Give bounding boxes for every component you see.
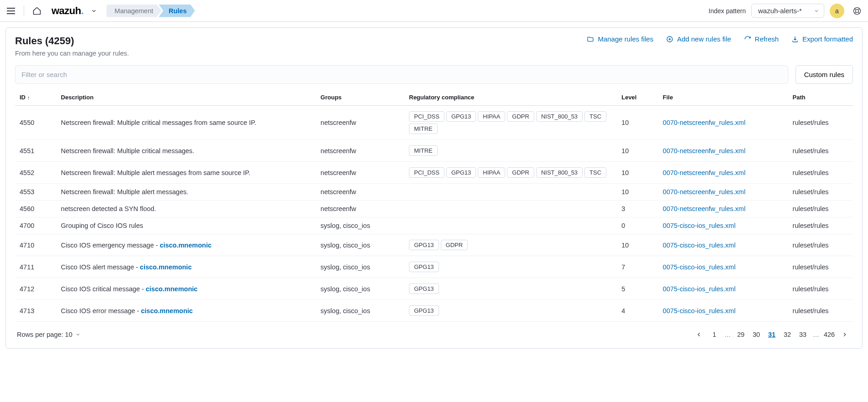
file-link[interactable]: 0075-cisco-ios_rules.xml — [663, 263, 736, 271]
cell-regulatory: GPG13GDPR — [404, 234, 617, 256]
cell-level: 7 — [617, 256, 658, 278]
breadcrumb-rules[interactable]: Rules — [159, 5, 195, 17]
compliance-badge[interactable]: GDPR — [441, 240, 468, 250]
pagination-next-button[interactable] — [838, 328, 851, 341]
compliance-badge[interactable]: NIST_800_53 — [536, 167, 583, 178]
mnemonic-link[interactable]: cisco.mnemonic — [140, 263, 192, 271]
compliance-badge[interactable]: PCI_DSS — [409, 111, 444, 122]
file-link[interactable]: 0075-cisco-ios_rules.xml — [663, 307, 736, 314]
table-row[interactable]: 4710Cisco IOS emergency message - cisco.… — [15, 234, 853, 256]
index-pattern-select[interactable]: wazuh-alerts-* — [751, 4, 824, 18]
pagination-page-button[interactable]: 32 — [781, 328, 794, 341]
col-header-id[interactable]: ID↑ — [15, 90, 57, 106]
cell-file: 0075-cisco-ios_rules.xml — [658, 217, 788, 234]
breadcrumb-management[interactable]: Management — [106, 5, 161, 17]
compliance-badge[interactable]: GPG13 — [409, 240, 439, 250]
compliance-badge[interactable]: GDPR — [507, 167, 534, 178]
table-row[interactable]: 4550Netscreen firewall: Multiple critica… — [15, 106, 853, 140]
pagination-page-button[interactable]: 426 — [823, 328, 836, 341]
col-header-description[interactable]: Description — [57, 90, 316, 106]
file-link[interactable]: 0070-netscreenfw_rules.xml — [663, 205, 745, 212]
custom-rules-button[interactable]: Custom rules — [796, 65, 853, 84]
compliance-badge[interactable]: GPG13 — [409, 262, 439, 272]
file-link[interactable]: 0075-cisco-ios_rules.xml — [663, 285, 736, 293]
cell-id: 4710 — [15, 234, 57, 256]
refresh-button[interactable]: Refresh — [744, 35, 779, 43]
cell-regulatory — [404, 184, 617, 201]
table-row[interactable]: 4711Cisco IOS alert message - cisco.mnem… — [15, 256, 853, 278]
compliance-badge[interactable]: GDPR — [507, 111, 534, 122]
file-link[interactable]: 0070-netscreenfw_rules.xml — [663, 147, 745, 155]
cell-regulatory: GPG13 — [404, 256, 617, 278]
compliance-badge[interactable]: GPG13 — [446, 111, 476, 122]
export-formatted-button[interactable]: Export formatted — [791, 35, 853, 43]
pagination-ellipsis: … — [723, 331, 732, 338]
compliance-badge[interactable]: GPG13 — [409, 305, 439, 316]
home-button[interactable] — [30, 4, 44, 18]
table-row[interactable]: 4553Netscreen firewall: Multiple alert m… — [15, 184, 853, 201]
file-link[interactable]: 0075-cisco-ios_rules.xml — [663, 222, 736, 229]
table-row[interactable]: 4700Grouping of Cisco IOS rulessyslog, c… — [15, 217, 853, 234]
compliance-badge[interactable]: NIST_800_53 — [536, 111, 583, 122]
compliance-badge[interactable]: HIPAA — [478, 167, 505, 178]
pagination-page-button[interactable]: 33 — [796, 328, 809, 341]
pagination-page-button[interactable]: 1 — [708, 328, 721, 341]
download-icon — [791, 36, 799, 43]
cell-level: 10 — [617, 162, 658, 184]
mnemonic-link[interactable]: cisco.mnemonic — [141, 307, 193, 314]
cell-description: Cisco IOS error message - cisco.mnemonic — [57, 300, 316, 322]
menu-toggle-button[interactable] — [4, 4, 18, 18]
pagination-prev-button[interactable] — [692, 328, 705, 341]
file-link[interactable]: 0070-netscreenfw_rules.xml — [663, 188, 745, 196]
cell-path: ruleset/rules — [788, 278, 853, 300]
cell-path: ruleset/rules — [788, 106, 853, 140]
search-input[interactable] — [15, 65, 788, 84]
manage-rules-files-button[interactable]: Manage rules files — [587, 35, 653, 43]
compliance-badge[interactable]: GPG13 — [446, 167, 476, 178]
col-header-level[interactable]: Level — [617, 90, 658, 106]
mnemonic-link[interactable]: cisco.mnemonic — [146, 285, 198, 293]
pagination-page-button[interactable]: 29 — [734, 328, 747, 341]
compliance-badge[interactable]: PCI_DSS — [409, 167, 444, 178]
mnemonic-link[interactable]: cisco.mnemonic — [160, 242, 212, 249]
add-new-rules-file-button[interactable]: Add new rules file — [666, 35, 731, 43]
cell-level: 10 — [617, 140, 658, 162]
table-row[interactable]: 4551Netscreen firewall: Multiple critica… — [15, 140, 853, 162]
compliance-badge[interactable]: GPG13 — [409, 283, 439, 294]
action-label: Manage rules files — [598, 35, 653, 43]
chevron-down-icon — [75, 332, 81, 337]
cell-description: Netscreen firewall: Multiple critical me… — [57, 140, 316, 162]
avatar[interactable]: a — [830, 4, 844, 18]
file-link[interactable]: 0075-cisco-ios_rules.xml — [663, 242, 736, 249]
table-row[interactable]: 4560netscreen detected a SYN flood.netsc… — [15, 201, 853, 217]
pagination-ellipsis: … — [812, 331, 820, 338]
chevron-down-icon — [91, 8, 97, 14]
table-row[interactable]: 4712Cisco IOS critical message - cisco.m… — [15, 278, 853, 300]
cell-file: 0070-netscreenfw_rules.xml — [658, 162, 788, 184]
wazuh-logo[interactable]: wazuh. — [52, 5, 83, 17]
pagination-page-button[interactable]: 31 — [765, 328, 778, 341]
col-header-regulatory[interactable]: Regulatory compliance — [404, 90, 617, 106]
file-link[interactable]: 0070-netscreenfw_rules.xml — [663, 119, 745, 126]
pagination-page-button[interactable]: 30 — [750, 328, 763, 341]
rows-per-page-select[interactable]: Rows per page: 10 — [17, 331, 81, 338]
file-link[interactable]: 0070-netscreenfw_rules.xml — [663, 169, 745, 176]
compliance-badge[interactable]: MITRE — [409, 145, 437, 156]
page-title: Rules (4259) — [15, 35, 129, 47]
app-switcher-button[interactable] — [91, 8, 97, 14]
home-icon — [32, 6, 41, 15]
table-row[interactable]: 4552Netscreen firewall: Multiple alert m… — [15, 162, 853, 184]
cell-path: ruleset/rules — [788, 217, 853, 234]
compliance-badge[interactable]: HIPAA — [478, 111, 505, 122]
col-header-file[interactable]: File — [658, 90, 788, 106]
help-button[interactable] — [850, 4, 864, 18]
compliance-badge[interactable]: TSC — [584, 111, 606, 122]
col-header-path[interactable]: Path — [788, 90, 853, 106]
compliance-badge[interactable]: TSC — [584, 167, 606, 178]
table-row[interactable]: 4713Cisco IOS error message - cisco.mnem… — [15, 300, 853, 322]
chevron-down-icon — [814, 8, 819, 14]
cell-groups: netscreenfw — [316, 106, 404, 140]
chevron-left-icon — [696, 331, 702, 338]
compliance-badge[interactable]: MITRE — [409, 124, 437, 134]
col-header-groups[interactable]: Groups — [316, 90, 404, 106]
